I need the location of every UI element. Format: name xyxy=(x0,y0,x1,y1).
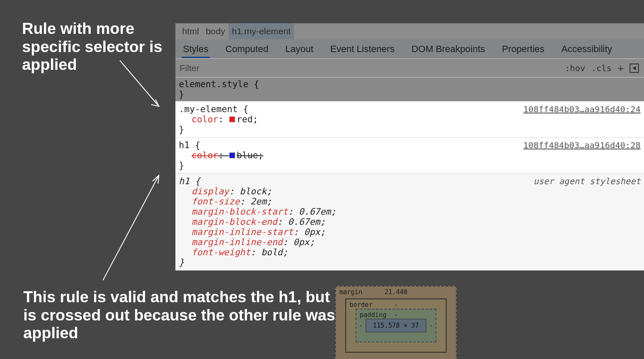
property: color xyxy=(192,150,218,160)
annotation-top: Rule with more specific selector is appl… xyxy=(22,20,183,74)
box-model[interactable]: margin 21.440 border - padding - - - 115… xyxy=(335,286,457,359)
padding-top-value: - xyxy=(394,311,398,319)
declaration-overridden[interactable]: color: blue; xyxy=(179,150,641,160)
value: red; xyxy=(237,114,258,124)
close-brace: } xyxy=(179,160,641,171)
breadcrumb-item[interactable]: html xyxy=(179,23,203,39)
new-rule-icon[interactable]: + xyxy=(618,62,624,74)
rule-user-agent: user agent stylesheet h1 { display: bloc… xyxy=(175,174,644,271)
declaration: margin-inline-end: 0px; xyxy=(179,237,641,247)
close-brace: } xyxy=(179,257,641,268)
padding-right-value: - xyxy=(429,322,433,329)
tab-computed[interactable]: Computed xyxy=(225,44,269,55)
filter-input[interactable] xyxy=(175,59,565,77)
element-style-header: element.style { xyxy=(179,79,641,89)
border-top-value: - xyxy=(394,301,398,309)
annotation-bottom: This rule is valid and matches the h1, b… xyxy=(23,288,345,342)
box-model-border[interactable]: border - padding - - - 115.578 × 37 xyxy=(345,298,447,353)
value: blue; xyxy=(237,150,264,160)
color-swatch-blue[interactable] xyxy=(229,152,235,158)
breadcrumb-item-selected[interactable]: h1.my-element xyxy=(228,23,294,39)
margin-top-value: 21.440 xyxy=(384,288,407,296)
tab-accessibility[interactable]: Accessibility xyxy=(561,44,612,55)
margin-label: margin xyxy=(339,288,362,296)
declaration: margin-block-start: 0.67em; xyxy=(179,207,641,217)
user-agent-label: user agent stylesheet xyxy=(533,176,641,186)
filter-bar: :hov .cls + xyxy=(175,59,644,77)
arrow-bottom xyxy=(95,169,167,288)
declaration: display: block; xyxy=(179,186,641,196)
svg-line-1 xyxy=(103,175,159,280)
declaration: margin-inline-start: 0px; xyxy=(179,227,641,237)
padding-label: padding xyxy=(360,311,386,319)
padding-left-value: - xyxy=(359,322,363,329)
tab-event-listeners[interactable]: Event Listeners xyxy=(330,44,395,55)
close-brace: } xyxy=(179,89,641,99)
breadcrumb-item[interactable]: body xyxy=(203,23,229,39)
rule-source-link[interactable]: 108ff484b03…aa916d40:28 xyxy=(523,140,641,150)
declaration: font-size: 2em; xyxy=(179,196,641,207)
box-model-content[interactable]: 115.578 × 37 xyxy=(366,319,426,332)
box-model-margin[interactable]: margin 21.440 border - padding - - - 115… xyxy=(335,286,457,359)
declaration: margin-block-end: 0.67em; xyxy=(179,217,641,227)
devtools-panel: html body h1.my-element Styles Computed … xyxy=(175,23,644,271)
tab-dom-breakpoints[interactable]: DOM Breakpoints xyxy=(411,44,485,55)
styles-tabs: Styles Computed Layout Event Listeners D… xyxy=(175,39,644,59)
hov-toggle[interactable]: :hov xyxy=(565,63,585,73)
rule-h1[interactable]: 108ff484b03…aa916d40:28 h1 { color: blue… xyxy=(175,138,644,174)
element-style-block[interactable]: element.style { } xyxy=(175,77,644,102)
toggle-panel-icon[interactable] xyxy=(630,64,639,73)
tab-layout[interactable]: Layout xyxy=(285,44,313,55)
rule-my-element[interactable]: 108ff484b03…aa916d40:24 .my-element { co… xyxy=(175,102,644,138)
property: color xyxy=(192,114,218,124)
color-swatch-red[interactable] xyxy=(229,116,235,122)
border-label: border xyxy=(350,301,372,309)
declaration: font-weight: bold; xyxy=(179,247,641,257)
tab-styles[interactable]: Styles xyxy=(183,44,208,55)
box-model-padding[interactable]: padding - - - 115.578 × 37 xyxy=(355,309,436,342)
cls-toggle[interactable]: .cls xyxy=(591,63,611,73)
tab-properties[interactable]: Properties xyxy=(502,44,544,55)
rule-source-link[interactable]: 108ff484b03…aa916d40:24 xyxy=(523,104,641,114)
declaration[interactable]: color: red; xyxy=(179,114,641,124)
close-brace: } xyxy=(179,124,641,135)
breadcrumb: html body h1.my-element xyxy=(175,23,644,39)
